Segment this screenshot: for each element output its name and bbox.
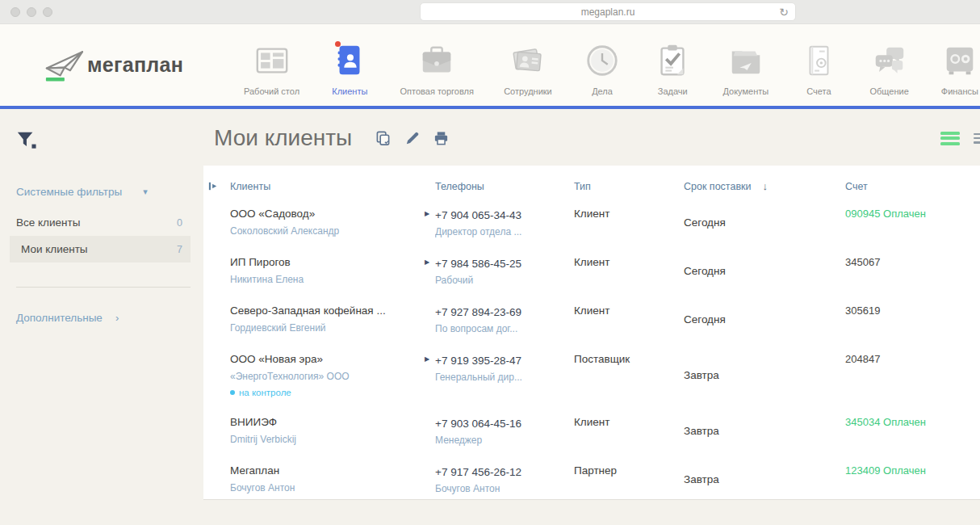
nav-item-documents[interactable]: Документы	[722, 42, 769, 96]
header-account[interactable]: Счет	[845, 181, 980, 192]
briefcase-icon	[417, 42, 457, 79]
sidebar-filter-my-clients[interactable]: Мои клиенты7	[10, 236, 191, 262]
account-number[interactable]: 204847	[845, 353, 880, 365]
client-contact-link[interactable]: Dmitrij Verbickij	[230, 434, 425, 445]
nav-item-desktop[interactable]: Рабочий стол	[244, 42, 299, 96]
phone-number[interactable]: +7 984 586-45-25	[435, 258, 521, 270]
alt-view-button[interactable]	[974, 133, 980, 144]
window-close-button[interactable]	[10, 7, 20, 17]
list-view-button[interactable]	[940, 132, 960, 145]
delivery-date: Сегодня	[684, 256, 845, 286]
window-minimize-button[interactable]	[27, 7, 36, 17]
client-contact-link[interactable]: «ЭнергоТехнология» ООО	[230, 371, 425, 382]
system-filters-toggle[interactable]: Системные фильтры ▾	[16, 186, 191, 198]
client-name[interactable]: ООО «Садовод»	[230, 208, 425, 221]
nav-item-label: Задачи	[658, 86, 688, 96]
expand-phones-icon[interactable]: ▶	[425, 210, 429, 217]
nav-item-finance[interactable]: Финансы	[940, 42, 980, 96]
phone-number[interactable]: +7 904 065-34-43	[435, 209, 521, 221]
phone-contact-link[interactable]: Директор отдела ...	[435, 226, 574, 237]
funnel-icon	[16, 130, 36, 150]
header-phones[interactable]: Телефоны	[435, 181, 574, 192]
window-zoom-button[interactable]	[43, 7, 52, 17]
nav-item-wholesale[interactable]: Оптовая торговля	[400, 42, 474, 96]
header-clients[interactable]: Клиенты	[230, 181, 435, 192]
table-row[interactable]: ООО «Новая эра»«ЭнергоТехнология» ОООна …	[203, 342, 980, 405]
client-contact-link[interactable]: Соколовский Александр	[230, 225, 425, 237]
nav-item-invoices[interactable]: Счета	[798, 42, 839, 96]
status-dot-icon	[230, 390, 235, 395]
copy-list-button[interactable]	[375, 131, 391, 146]
phone-contact-link[interactable]: Генеральный дир...	[435, 372, 574, 383]
client-cell: МегапланБочугов Антон	[230, 464, 435, 494]
account-cell: 123409 Оплачен	[845, 464, 980, 494]
client-contact-link[interactable]: Гордиевский Евгений	[230, 322, 425, 334]
client-name[interactable]: ВНИИЭФ	[230, 416, 425, 430]
row-gutter	[203, 416, 230, 446]
nav-item-label: Клиенты	[332, 86, 367, 96]
sidebar-filter-all-clients[interactable]: Все клиенты0	[16, 209, 191, 236]
account-number[interactable]: 090945	[845, 208, 880, 220]
expand-phones-icon[interactable]: ▶	[425, 355, 429, 363]
table-row[interactable]: ООО «Садовод»Соколовский Александр▶+7 90…	[203, 197, 980, 246]
delivery-date: Завтра	[684, 464, 845, 494]
expand-phones-icon[interactable]: ▶	[425, 258, 429, 266]
table-row[interactable]: ВНИИЭФDmitrij Verbickij+7 903 064-45-16М…	[203, 405, 980, 454]
nav-item-affairs[interactable]: Дела	[582, 42, 622, 96]
megaplan-logo[interactable]: мегаплан	[40, 47, 208, 84]
phone-contact-link[interactable]: Бочугов Антон	[435, 483, 574, 494]
pencil-icon	[404, 131, 420, 146]
nav-item-employees[interactable]: Сотрудники	[504, 42, 552, 96]
nav-item-communication[interactable]: Общение	[869, 42, 910, 96]
header-delivery[interactable]: Срок поставки ↓	[684, 180, 845, 192]
filter-count: 0	[177, 217, 182, 229]
phone-contact-link[interactable]: Рабочий	[435, 275, 574, 286]
client-contact-link[interactable]: Бочугов Антон	[230, 482, 425, 494]
phone-contact-link[interactable]: Менеджер	[435, 435, 574, 446]
delivery-date: Завтра	[684, 416, 845, 446]
sort-desc-icon[interactable]: ↓	[762, 180, 768, 192]
account-number[interactable]: 345067	[845, 256, 880, 268]
additional-filters-toggle[interactable]: Дополнительные ›	[16, 312, 191, 324]
filter-count: 7	[177, 244, 182, 255]
client-name[interactable]: ООО «Новая эра»	[230, 353, 425, 367]
nav-item-tasks[interactable]: Задачи	[652, 42, 693, 96]
client-name[interactable]: Мегаплан	[230, 464, 425, 478]
page-title: Мои клиенты	[214, 125, 352, 151]
phone-number[interactable]: +7 919 395-28-47	[435, 355, 521, 367]
reload-icon[interactable]: ↻	[779, 5, 789, 20]
chevron-right-icon: ›	[115, 312, 119, 324]
nav-item-clients[interactable]: Клиенты	[329, 42, 370, 96]
phone-number[interactable]: +7 917 456-26-12	[435, 466, 521, 478]
address-bar[interactable]: megaplan.ru ↻	[420, 2, 796, 21]
nav-item-label: Счета	[806, 86, 831, 96]
phone-number[interactable]: +7 903 064-45-16	[435, 418, 521, 430]
account-cell: 204847	[845, 353, 980, 397]
column-settings-icon[interactable]	[203, 180, 230, 192]
phone-contact-link[interactable]: По вопросам дог...	[435, 323, 574, 334]
table-row[interactable]: МегапланБочугов Антон+7 917 456-26-12Боч…	[203, 454, 980, 500]
client-name[interactable]: Северо-Западная кофейная ...	[230, 304, 425, 318]
print-button[interactable]	[433, 131, 449, 146]
edit-list-button[interactable]	[404, 131, 420, 146]
account-cell: 345034 Оплачен	[845, 416, 980, 446]
account-number[interactable]: 123409	[845, 464, 880, 477]
filter-label: Мои клиенты	[21, 243, 88, 255]
table-row[interactable]: ИП ПироговНикитина Елена▶+7 984 586-45-2…	[203, 246, 980, 294]
app-header: мегаплан Рабочий столКлиентыОптовая торг…	[0, 24, 980, 106]
client-name[interactable]: ИП Пирогов	[230, 256, 425, 270]
phone-number[interactable]: +7 927 894-23-69	[435, 306, 521, 318]
row-gutter	[203, 256, 230, 286]
delivery-date: Сегодня	[684, 208, 845, 237]
filter-button[interactable]	[16, 130, 36, 153]
table-row[interactable]: Северо-Западная кофейная ...Гордиевский …	[203, 294, 980, 342]
client-contact-link[interactable]: Никитина Елена	[230, 274, 425, 285]
account-number[interactable]: 345034	[845, 416, 880, 428]
view-switcher	[940, 132, 980, 145]
account-number[interactable]: 305619	[845, 304, 880, 317]
nav-item-label: Общение	[870, 86, 909, 96]
row-gutter	[203, 353, 230, 397]
nav-item-label: Сотрудники	[504, 86, 552, 96]
phone-cell: +7 903 064-45-16Менеджер	[435, 416, 574, 446]
header-type[interactable]: Тип	[574, 181, 684, 192]
